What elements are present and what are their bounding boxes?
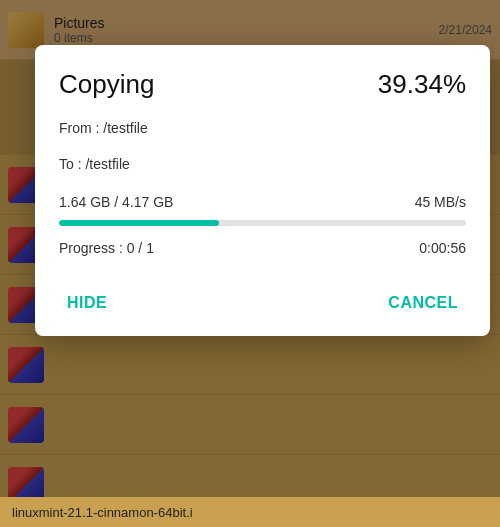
dialog-elapsed: 0:00:56 [419, 240, 466, 256]
dialog-speed: 45 MB/s [415, 194, 466, 210]
dialog-actions: HIDE CANCEL [59, 278, 466, 336]
dialog-title: Copying [59, 69, 154, 100]
dialog-percent: 39.34% [378, 69, 466, 100]
hide-button[interactable]: HIDE [59, 282, 115, 324]
bottom-filename: linuxmint-21.1-cinnamon-64bit.i [12, 505, 193, 520]
dialog-to: To : /testfile [59, 156, 466, 172]
dialog-size: 1.64 GB / 4.17 GB [59, 194, 173, 210]
dialog-from: From : /testfile [59, 120, 466, 136]
progress-bar-fill [59, 220, 219, 226]
dialog-progress-row: Progress : 0 / 1 0:00:56 [59, 240, 466, 256]
copy-dialog: Copying 39.34% From : /testfile To : /te… [35, 45, 490, 336]
bottom-bar: linuxmint-21.1-cinnamon-64bit.i [0, 497, 500, 527]
dialog-header: Copying 39.34% [59, 69, 466, 100]
cancel-button[interactable]: CANCEL [380, 282, 466, 324]
dialog-size-row: 1.64 GB / 4.17 GB 45 MB/s [59, 194, 466, 210]
dialog-progress-text: Progress : 0 / 1 [59, 240, 154, 256]
progress-bar-background [59, 220, 466, 226]
